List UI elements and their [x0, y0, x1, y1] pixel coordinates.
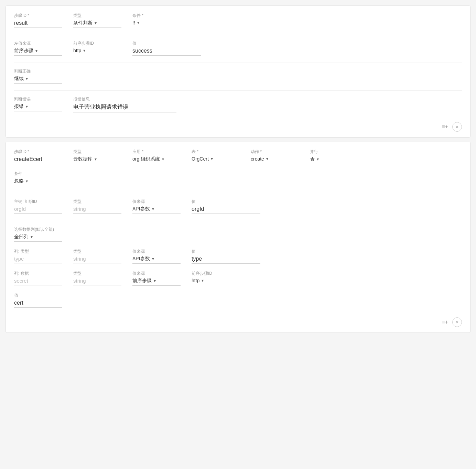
col-type-label: 列: 类型 — [14, 249, 62, 254]
error-msg-field: 报错信息 电子营业执照请求错误 — [73, 96, 176, 112]
step-id-label-2: 步骤ID * — [14, 149, 62, 155]
card2-close-icon: × — [456, 319, 458, 325]
condition-dropdown-value-1: !! — [132, 20, 135, 25]
value-source-value-1: API参数 — [132, 206, 150, 212]
action-dropdown-value: create — [251, 156, 264, 162]
value-source-value-2: API参数 — [132, 256, 150, 262]
card2-add-icon: ≡+ — [442, 319, 448, 325]
card1-add-button[interactable]: ≡+ — [442, 124, 448, 130]
action-dropdown[interactable]: create ▾ — [251, 156, 299, 163]
prev-step-id-arrow-2: ▾ — [202, 278, 204, 283]
select-cols-value: 全部列 — [14, 234, 29, 240]
value-source-field-2: 值来源 API参数 ▾ — [132, 249, 181, 264]
error-msg-value[interactable]: 电子营业执照请求错误 — [73, 103, 176, 112]
table-dropdown-arrow: ▾ — [211, 156, 213, 161]
type-dropdown-2[interactable]: 云数据库 ▾ — [73, 156, 121, 164]
value-source-dropdown-1[interactable]: API参数 ▾ — [132, 206, 181, 214]
col-secret-placeholder[interactable]: secret — [14, 278, 62, 285]
condition-field-2: 条件 忽略 ▾ — [14, 171, 62, 186]
value-source-label-1: 值来源 — [132, 199, 181, 205]
condition-field-1: 条件 * !! ▾ — [132, 13, 181, 28]
type-label-1: 类型 — [73, 13, 121, 19]
prev-step-id-field-1: 前序步骤ID http ▾ — [73, 41, 121, 56]
card2-row1: 步骤ID * createEcert 类型 云数据库 ▾ 应用 * org:组织… — [14, 149, 462, 164]
type-dropdown-1[interactable]: 条件判断 ▾ — [73, 20, 121, 28]
value-field-1: 值 success — [132, 41, 201, 56]
value-field-3: 值 orgId — [192, 199, 260, 214]
primary-key-placeholder[interactable]: orgId — [14, 206, 62, 214]
judge-error-dropdown[interactable]: 报错 ▾ — [14, 103, 62, 111]
table-field: 表 * OrgCert ▾ — [192, 149, 240, 164]
card1-add-icon: ≡+ — [442, 124, 448, 130]
judge-error-arrow: ▾ — [26, 104, 28, 109]
type-value-5: string — [73, 278, 121, 285]
left-source-dropdown[interactable]: 前序步骤 ▾ — [14, 48, 62, 56]
app-dropdown[interactable]: org:组织系统 ▾ — [132, 156, 181, 164]
prev-step-id-dropdown-2[interactable]: http ▾ — [192, 278, 240, 285]
step-id-value-1[interactable]: result — [14, 20, 62, 28]
error-msg-label: 报错信息 — [73, 96, 176, 102]
card2-close-button[interactable]: × — [452, 317, 462, 327]
left-source-field: 左值来源 前序步骤 ▾ — [14, 41, 62, 56]
app-dropdown-value: org:组织系统 — [132, 156, 160, 162]
value-value-1[interactable]: success — [132, 48, 201, 56]
prev-step-id-arrow-1: ▾ — [83, 48, 85, 53]
judge-error-label: 判断错误 — [14, 96, 62, 102]
table-dropdown-value: OrgCert — [192, 156, 209, 162]
card1-close-button[interactable]: × — [452, 122, 462, 132]
prev-step-id-dropdown-1[interactable]: http ▾ — [73, 48, 121, 55]
judge-correct-value: 继续 — [14, 76, 24, 82]
left-source-label: 左值来源 — [14, 41, 62, 46]
condition-label-2: 条件 — [14, 171, 62, 177]
value-source-arrow-1: ▾ — [152, 207, 154, 211]
type-dropdown-arrow-1: ▾ — [95, 21, 97, 25]
value-source-arrow-3: ▾ — [154, 279, 156, 283]
judge-correct-field: 判断正确 继续 ▾ — [14, 68, 62, 84]
step-id-field-2: 步骤ID * createEcert — [14, 149, 62, 164]
select-cols-field: 选择数据列(默认全部) 全部列 ▾ — [14, 227, 62, 242]
select-cols-dropdown[interactable]: 全部列 ▾ — [14, 234, 62, 242]
card2-add-button[interactable]: ≡+ — [442, 319, 448, 325]
type-dropdown-value-1: 条件判断 — [73, 20, 93, 26]
type-dropdown-arrow-2: ▾ — [95, 157, 97, 162]
card2-row7: 值 cert — [14, 293, 462, 308]
card2-row5: 列: 类型 type 类型 string 值来源 API参数 ▾ 值 type — [14, 249, 462, 264]
table-label: 表 * — [192, 149, 240, 155]
value-value-7[interactable]: cert — [14, 300, 62, 308]
condition-dropdown-1[interactable]: !! ▾ — [132, 20, 181, 27]
prev-step-id-label-1: 前序步骤ID — [73, 41, 121, 46]
value-value-5[interactable]: type — [192, 256, 260, 264]
value-source-field-1: 值来源 API参数 ▾ — [132, 199, 181, 214]
value-source-value-3: 前序步骤 — [132, 278, 152, 284]
judge-error-field: 判断错误 报错 ▾ — [14, 96, 62, 112]
condition-dropdown-2[interactable]: 忽略 ▾ — [14, 178, 62, 186]
type-label-3: 类型 — [73, 199, 121, 205]
type-dropdown-value-2: 云数据库 — [73, 156, 93, 162]
value-source-dropdown-2[interactable]: API参数 ▾ — [132, 256, 181, 264]
parallel-dropdown[interactable]: 否 ▾ — [310, 156, 358, 164]
action-field: 动作 * create ▾ — [251, 149, 299, 164]
table-dropdown[interactable]: OrgCert ▾ — [192, 156, 240, 163]
card1-row2: 左值来源 前序步骤 ▾ 前序步骤ID http ▾ 值 success — [14, 41, 462, 56]
judge-correct-dropdown[interactable]: 继续 ▾ — [14, 76, 62, 84]
value-source-label-3: 值来源 — [132, 271, 181, 276]
card1-close-icon: × — [456, 124, 458, 130]
card2-footer: ≡+ × — [14, 315, 462, 327]
type-value-3: string — [73, 206, 121, 214]
value-source-dropdown-3[interactable]: 前序步骤 ▾ — [132, 278, 181, 286]
app-label: 应用 * — [132, 149, 181, 155]
left-source-value: 前序步骤 — [14, 48, 33, 54]
type-label-2: 类型 — [73, 149, 121, 155]
value-field-7: 值 cert — [14, 293, 62, 308]
primary-key-label: 主键: 组织ID — [14, 199, 62, 205]
value-value-3[interactable]: orgId — [192, 206, 260, 214]
card1-footer: ≡+ × — [14, 119, 462, 132]
col-type-placeholder[interactable]: type — [14, 256, 62, 263]
action-label: 动作 * — [251, 149, 299, 155]
step-id-value-2[interactable]: createEcert — [14, 156, 62, 164]
value-label-5: 值 — [192, 249, 260, 254]
prev-step-id-value-2: http — [192, 278, 199, 283]
type-field-1: 类型 条件判断 ▾ — [73, 13, 121, 28]
primary-key-field: 主键: 组织ID orgId — [14, 199, 62, 214]
parallel-dropdown-value: 否 — [310, 156, 315, 162]
